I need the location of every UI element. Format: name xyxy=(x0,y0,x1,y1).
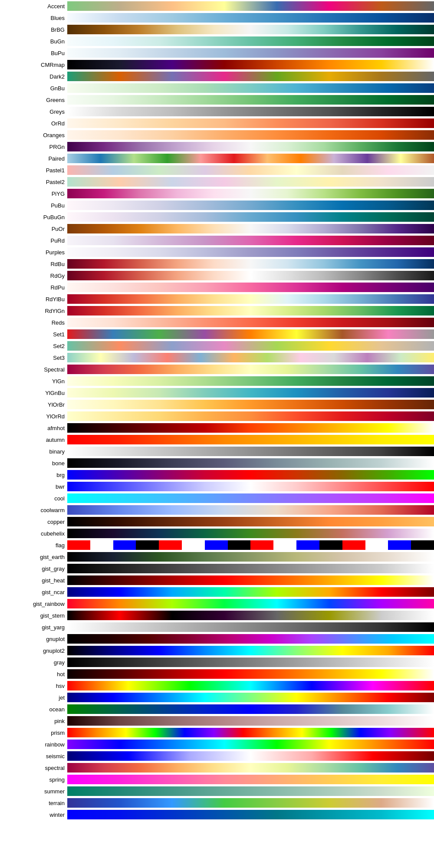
colormap-label: gnuplot xyxy=(0,636,67,642)
colormap-bar xyxy=(67,306,434,316)
colormap-bar xyxy=(67,318,434,327)
colormap-bar xyxy=(67,740,434,749)
colormap-row: YlGnBu xyxy=(0,387,434,398)
colormap-label: YlGnBu xyxy=(0,390,67,396)
colormap-row: Set2 xyxy=(0,340,434,352)
colormap-bar xyxy=(67,447,434,456)
colormap-bar xyxy=(67,95,434,105)
colormap-row: gist_rainbow xyxy=(0,598,434,609)
colormap-row: gist_yarg xyxy=(0,621,434,633)
colormap-bar xyxy=(67,599,434,608)
colormap-bar xyxy=(67,411,434,421)
colormap-label: PuBuGn xyxy=(0,214,67,220)
colormap-bar xyxy=(67,552,434,562)
colormap-row: Set3 xyxy=(0,352,434,363)
colormap-label: BuPu xyxy=(0,50,67,56)
colormap-bar xyxy=(67,423,434,433)
colormap-row: BuGn xyxy=(0,36,434,47)
colormap-bar xyxy=(67,681,434,690)
colormap-row: Blues xyxy=(0,12,434,23)
colormap-bar xyxy=(67,611,434,620)
colormap-bar xyxy=(67,704,434,714)
colormap-label: Greys xyxy=(0,108,67,115)
colormap-label: Pastel2 xyxy=(0,179,67,185)
colormap-label: autumn xyxy=(0,437,67,443)
colormap-label: bwr xyxy=(0,483,67,490)
colormap-label: Dark2 xyxy=(0,73,67,80)
colormap-label: terrain xyxy=(0,800,67,806)
colormap-label: RdBu xyxy=(0,261,67,267)
colormap-bar xyxy=(67,517,434,526)
colormap-bar xyxy=(67,259,434,269)
colormap-row: pink xyxy=(0,715,434,727)
colormap-bar xyxy=(67,247,434,257)
colormap-label: Set1 xyxy=(0,331,67,338)
colormap-bar xyxy=(67,283,434,292)
colormap-row: PuOr xyxy=(0,223,434,234)
colormap-bar xyxy=(67,716,434,726)
colormap-bar xyxy=(67,177,434,187)
colormap-label: gist_stern xyxy=(0,612,67,619)
colormap-label: Oranges xyxy=(0,132,67,138)
colormap-label: copper xyxy=(0,519,67,525)
colormap-row: gist_ncar xyxy=(0,586,434,598)
colormap-bar xyxy=(67,271,434,280)
colormap-label: gray xyxy=(0,659,67,666)
colormap-row: gnuplot xyxy=(0,633,434,644)
colormap-row: Reds xyxy=(0,317,434,328)
colormap-label: PRGn xyxy=(0,144,67,150)
colormap-bar xyxy=(67,587,434,597)
colormap-bar xyxy=(67,540,434,550)
colormap-label: cool xyxy=(0,495,67,502)
colormap-bar xyxy=(67,622,434,632)
colormap-label: GnBu xyxy=(0,85,67,92)
colormap-row: prism xyxy=(0,727,434,738)
colormap-row: flag xyxy=(0,539,434,551)
colormap-label: winter xyxy=(0,812,67,818)
colormap-label: RdGy xyxy=(0,273,67,279)
colormap-label: gist_ncar xyxy=(0,589,67,595)
colormap-row: RdYlGn xyxy=(0,305,434,316)
colormap-row: Paired xyxy=(0,153,434,164)
colormap-bar xyxy=(67,107,434,116)
colormap-bar xyxy=(67,693,434,702)
colormap-label: jet xyxy=(0,694,67,701)
colormap-label: brg xyxy=(0,472,67,478)
colormap-row: RdBu xyxy=(0,258,434,270)
colormap-row: Accent xyxy=(0,0,434,12)
colormap-label: Pastel1 xyxy=(0,167,67,174)
colormap-label: Reds xyxy=(0,319,67,326)
colormap-bar xyxy=(67,575,434,585)
colormap-bar xyxy=(67,482,434,491)
colormap-bar xyxy=(67,236,434,245)
colormap-label: BrBG xyxy=(0,26,67,33)
colormap-label: OrRd xyxy=(0,120,67,127)
colormap-label: PuBu xyxy=(0,202,67,209)
colormap-container: AccentBluesBrBGBuGnBuPuCMRmapDark2GnBuGr… xyxy=(0,0,434,820)
colormap-row: CMRmap xyxy=(0,59,434,70)
colormap-bar xyxy=(67,142,434,151)
colormap-label: ocean xyxy=(0,706,67,713)
colormap-row: Spectral xyxy=(0,364,434,375)
colormap-label: RdYlBu xyxy=(0,296,67,302)
colormap-label: coolwarm xyxy=(0,507,67,513)
colormap-bar xyxy=(67,435,434,444)
colormap-bar xyxy=(67,529,434,538)
colormap-bar xyxy=(67,728,434,737)
colormap-row: winter xyxy=(0,809,434,820)
colormap-label: binary xyxy=(0,448,67,455)
colormap-row: BuPu xyxy=(0,47,434,59)
colormap-label: spring xyxy=(0,776,67,783)
colormap-label: YlGn xyxy=(0,378,67,385)
colormap-bar xyxy=(67,786,434,796)
colormap-row: spectral xyxy=(0,762,434,773)
colormap-bar xyxy=(67,48,434,58)
colormap-bar xyxy=(67,224,434,233)
colormap-bar xyxy=(67,341,434,351)
colormap-row: GnBu xyxy=(0,82,434,94)
colormap-row: terrain xyxy=(0,797,434,809)
colormap-bar xyxy=(67,60,434,69)
colormap-row: Purples xyxy=(0,247,434,258)
colormap-label: Purples xyxy=(0,249,67,256)
colormap-label: Blues xyxy=(0,15,67,21)
